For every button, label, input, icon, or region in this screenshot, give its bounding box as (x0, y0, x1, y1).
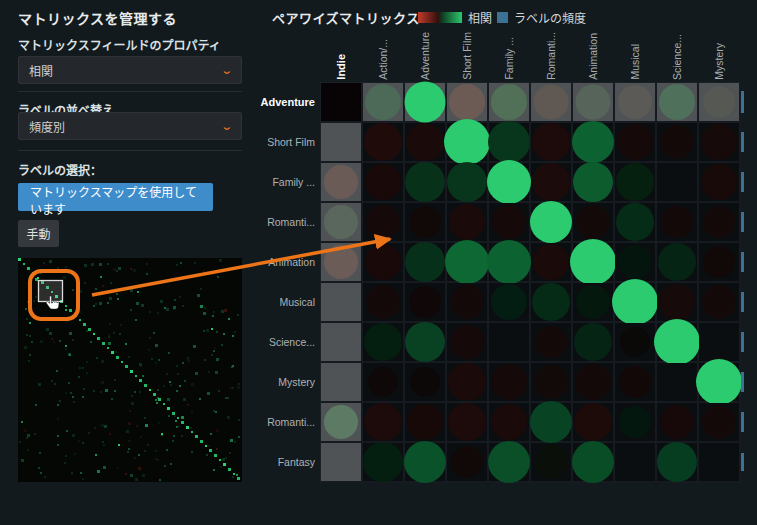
matrix-cell[interactable] (489, 403, 531, 443)
matrix-cell[interactable] (657, 163, 699, 203)
matrix-cell[interactable] (699, 323, 741, 363)
matrix-cell[interactable] (531, 363, 573, 403)
column-header-mystery[interactable]: Mystery (698, 28, 740, 80)
field-property-select[interactable]: 相関 ⌄ (18, 56, 242, 84)
matrix-cell[interactable] (615, 443, 657, 483)
matrix-cell[interactable] (657, 443, 699, 483)
manual-button[interactable]: 手動 (18, 220, 59, 247)
matrix-cell[interactable] (699, 403, 741, 443)
matrix-cell[interactable] (573, 243, 615, 283)
matrix-cell[interactable] (405, 403, 447, 443)
matrix-cell[interactable] (405, 123, 447, 163)
matrix-cell[interactable] (531, 83, 573, 123)
matrix-cell[interactable] (363, 83, 405, 123)
matrix-cell[interactable] (573, 163, 615, 203)
column-header-adventure[interactable]: Adventure (404, 28, 446, 80)
row-label-musical[interactable]: Musical (250, 282, 315, 322)
matrix-cell[interactable] (699, 83, 741, 123)
matrix-cell[interactable] (321, 403, 363, 443)
matrix-cell[interactable] (489, 443, 531, 483)
row-label-romanti[interactable]: Romanti... (250, 402, 315, 442)
matrix-cell[interactable] (657, 363, 699, 403)
matrix-cell[interactable] (321, 123, 363, 163)
matrix-cell[interactable] (363, 123, 405, 163)
matrix-cell[interactable] (405, 203, 447, 243)
matrix-cell[interactable] (699, 443, 741, 483)
matrix-cell[interactable] (699, 123, 741, 163)
matrix-cell[interactable] (321, 363, 363, 403)
column-header-animation[interactable]: Animation (572, 28, 614, 80)
matrix-cell[interactable] (489, 83, 531, 123)
matrix-cell[interactable] (447, 443, 489, 483)
matrix-cell[interactable] (363, 243, 405, 283)
matrix-cell[interactable] (573, 203, 615, 243)
row-label-short-film[interactable]: Short Film (250, 122, 315, 162)
matrix-cell[interactable] (447, 403, 489, 443)
matrix-cell[interactable] (657, 323, 699, 363)
matrix-cell[interactable] (363, 323, 405, 363)
matrix-cell[interactable] (531, 123, 573, 163)
matrix-cell[interactable] (489, 363, 531, 403)
matrix-cell[interactable] (447, 323, 489, 363)
matrix-cell[interactable] (363, 283, 405, 323)
matrix-cell[interactable] (573, 83, 615, 123)
matrix-cell[interactable] (657, 283, 699, 323)
matrix-map-button[interactable]: マトリックスマップを使用しています (18, 183, 213, 211)
column-header-indie[interactable]: Indie (320, 28, 362, 80)
matrix-cell[interactable] (405, 283, 447, 323)
column-header-musical[interactable]: Musical (614, 28, 656, 80)
column-header-action[interactable]: Action/... (362, 28, 404, 80)
matrix-cell[interactable] (447, 123, 489, 163)
matrix-cell[interactable] (657, 83, 699, 123)
matrix-cell[interactable] (615, 323, 657, 363)
matrix-cell[interactable] (531, 403, 573, 443)
matrix-cell[interactable] (699, 203, 741, 243)
matrix-cell[interactable] (573, 123, 615, 163)
row-label-family[interactable]: Family ... (250, 162, 315, 202)
matrix-cell[interactable] (321, 323, 363, 363)
matrix-cell[interactable] (447, 163, 489, 203)
matrix-cell[interactable] (615, 283, 657, 323)
matrix-cell[interactable] (489, 163, 531, 203)
matrix-cell[interactable] (699, 283, 741, 323)
row-label-adventure[interactable]: Adventure (250, 82, 315, 122)
column-header-family[interactable]: Family ... (488, 28, 530, 80)
matrix-minimap[interactable] (18, 258, 242, 482)
matrix-cell[interactable] (363, 443, 405, 483)
matrix-cell[interactable] (573, 363, 615, 403)
matrix-cell[interactable] (615, 403, 657, 443)
matrix-cell[interactable] (405, 443, 447, 483)
matrix-cell[interactable] (363, 363, 405, 403)
matrix-cell[interactable] (657, 123, 699, 163)
matrix-cell[interactable] (447, 203, 489, 243)
matrix-cell[interactable] (447, 283, 489, 323)
matrix-cell[interactable] (405, 83, 447, 123)
matrix-cell[interactable] (489, 323, 531, 363)
matrix-cell[interactable] (615, 123, 657, 163)
matrix-cell[interactable] (573, 403, 615, 443)
matrix-cell[interactable] (321, 83, 363, 123)
matrix-cell[interactable] (699, 363, 741, 403)
column-header-science[interactable]: Science... (656, 28, 698, 80)
column-header-romanti[interactable]: Romanti... (530, 28, 572, 80)
matrix-cell[interactable] (489, 123, 531, 163)
matrix-cell[interactable] (531, 203, 573, 243)
matrix-cell[interactable] (615, 163, 657, 203)
matrix-cell[interactable] (321, 203, 363, 243)
matrix-cell[interactable] (405, 363, 447, 403)
matrix-cell[interactable] (615, 83, 657, 123)
row-label-mystery[interactable]: Mystery (250, 362, 315, 402)
matrix-cell[interactable] (615, 243, 657, 283)
matrix-cell[interactable] (489, 203, 531, 243)
matrix-cell[interactable] (321, 243, 363, 283)
matrix-cell[interactable] (363, 163, 405, 203)
matrix-cell[interactable] (699, 243, 741, 283)
matrix-cell[interactable] (321, 283, 363, 323)
row-label-animation[interactable]: Animation (250, 242, 315, 282)
row-label-fantasy[interactable]: Fantasy (250, 442, 315, 482)
matrix-cell[interactable] (489, 283, 531, 323)
matrix-cell[interactable] (657, 203, 699, 243)
matrix-cell[interactable] (405, 163, 447, 203)
matrix-cell[interactable] (615, 363, 657, 403)
matrix-cell[interactable] (447, 363, 489, 403)
